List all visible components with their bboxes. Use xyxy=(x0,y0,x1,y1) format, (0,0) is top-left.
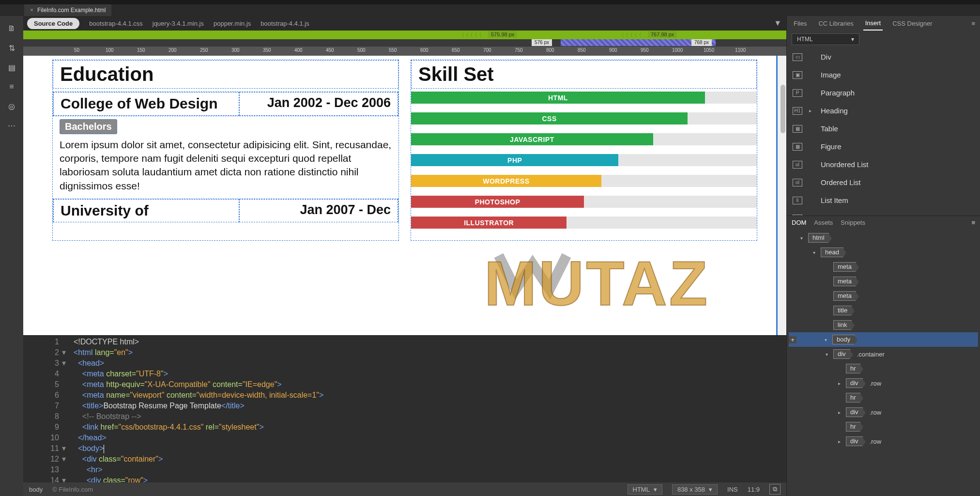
panel-menu-icon[interactable]: ≡ xyxy=(971,219,975,226)
status-bar: body © FileInfo.com HTML▾ 838 x 358▾ INS… xyxy=(23,482,786,496)
left-toolbar: 🗎 ⇅ ▤ ≡ ◎ ⋯ xyxy=(0,16,23,496)
tab-cc-libraries[interactable]: CC Libraries xyxy=(816,17,855,30)
college-dates: Jan 2002 - Dec 2006 xyxy=(246,95,391,110)
dom-node[interactable]: ▸div.row xyxy=(789,405,978,419)
copyright: © FileInfo.com xyxy=(52,486,93,493)
education-heading: Education xyxy=(53,60,398,89)
tab-snippets[interactable]: Snippets xyxy=(841,219,865,226)
education-description: Lorem ipsum dolor sit amet, consectetur … xyxy=(53,135,398,196)
skill-bar: HTML xyxy=(411,92,757,104)
breakpoint-label: 768 px xyxy=(691,39,712,46)
skill-bar: JAVASCRIPT xyxy=(411,133,757,145)
add-node-icon[interactable]: + xyxy=(789,336,796,343)
related-files-bar: Source Code bootstrap-4.4.1.css jquery-3… xyxy=(23,16,786,31)
insert-item[interactable]: olOrdered List xyxy=(787,173,980,191)
breakpoint-label: 576 px xyxy=(532,39,552,46)
dom-node[interactable]: ▸div.row xyxy=(789,376,978,390)
dom-tree[interactable]: ▾html▾headmetametametatitlelink+▾body▾di… xyxy=(787,229,980,496)
close-icon[interactable]: × xyxy=(30,7,33,14)
manage-icon[interactable]: ▤ xyxy=(7,62,16,72)
related-file-link[interactable]: jquery-3.4.1.min.js xyxy=(153,20,204,27)
filter-icon[interactable]: ▼ xyxy=(774,19,781,28)
heading-icon: H1 xyxy=(793,107,802,115)
insert-item[interactable]: §Hyperlink xyxy=(787,209,980,216)
dom-node[interactable]: hr xyxy=(789,419,978,434)
dom-node[interactable]: meta xyxy=(789,274,978,289)
panel-tabs: Files CC Libraries Insert CSS Designer ≡ xyxy=(787,16,980,31)
dom-node[interactable]: meta xyxy=(789,289,978,303)
document-tab-row: × FileInfo.com Example.html xyxy=(0,4,980,16)
skillset-heading: Skill Set xyxy=(411,60,757,89)
dom-node[interactable]: ▾div.container xyxy=(789,347,978,361)
live-preview[interactable]: Education College of Web Design Jan 2002… xyxy=(23,56,786,335)
skill-bar: CSS xyxy=(411,112,757,124)
insert-item[interactable]: ▭Div xyxy=(787,48,980,66)
dimensions-select[interactable]: 838 x 358▾ xyxy=(672,484,718,495)
preview-scrollbar[interactable] xyxy=(778,56,786,335)
skill-bar: WORDPRESS xyxy=(411,175,757,187)
more-icon[interactable]: ⋯ xyxy=(7,121,16,130)
tab-dom[interactable]: DOM xyxy=(792,219,806,226)
insert-item[interactable]: liList Item xyxy=(787,191,980,209)
code-editor[interactable]: 12▾3▾4567891011▾12▾1314▾15▾ <!DOCTYPE ht… xyxy=(23,336,786,482)
target-icon[interactable]: ◎ xyxy=(7,101,16,111)
cursor-position: 11:9 xyxy=(748,486,760,493)
skill-bar: PHP xyxy=(411,154,757,166)
dom-node[interactable]: ▸div.row xyxy=(789,434,978,449)
panel-menu-icon[interactable]: ≡ xyxy=(971,20,975,27)
related-file-link[interactable]: bootstrap-4.4.1.js xyxy=(260,20,309,27)
degree-badge: Bachelors xyxy=(60,119,117,134)
file-tab[interactable]: × FileInfo.com Example.html xyxy=(24,4,111,16)
ruler[interactable]: 5010015020025030035040045050055060065070… xyxy=(23,46,786,56)
device-preview-icon[interactable]: ⧉ xyxy=(769,484,781,495)
tab-insert[interactable]: Insert xyxy=(863,16,883,31)
mq-label: 767.98 px xyxy=(648,31,677,38)
figure-icon: ▦ xyxy=(793,143,802,151)
related-file-link[interactable]: popper.min.js xyxy=(214,20,251,27)
insert-category-select[interactable]: HTML▾ xyxy=(792,33,859,45)
file-icon[interactable]: 🗎 xyxy=(7,24,16,33)
source-code-button[interactable]: Source Code xyxy=(27,18,79,29)
insert-item[interactable]: PParagraph xyxy=(787,84,980,102)
college-name: College of Web Design xyxy=(61,95,232,112)
tab-css-designer[interactable]: CSS Designer xyxy=(890,17,934,30)
breakpoint-bar[interactable]: 576 px 768 px xyxy=(23,39,786,46)
insert-item[interactable]: ulUnordered List xyxy=(787,155,980,173)
dom-node[interactable]: link xyxy=(789,318,978,332)
dom-node[interactable]: title xyxy=(789,303,978,318)
college-name: University of xyxy=(61,202,232,219)
dom-node[interactable]: meta xyxy=(789,260,978,274)
insert-list: ▭Div▣ImagePParagraphH1▸Heading▦Table▦Fig… xyxy=(787,48,980,216)
list-icon[interactable]: ≡ xyxy=(7,82,16,92)
language-select[interactable]: HTML▾ xyxy=(628,484,662,495)
insert-item[interactable]: H1▸Heading xyxy=(787,102,980,120)
list-item-icon: li xyxy=(793,197,802,204)
related-file-link[interactable]: bootstrap-4.4.1.css xyxy=(89,20,143,27)
insert-item[interactable]: ▦Table xyxy=(787,120,980,138)
insert-mode[interactable]: INS xyxy=(727,486,738,493)
insert-item[interactable]: ▦Figure xyxy=(787,138,980,155)
dom-panel-tabs: DOM Assets Snippets ≡ xyxy=(787,216,980,229)
dom-node[interactable]: hr xyxy=(789,390,978,405)
dom-node[interactable]: hr xyxy=(789,361,978,376)
tab-assets[interactable]: Assets xyxy=(814,219,833,226)
unordered-list-icon: ul xyxy=(793,161,802,169)
insert-item[interactable]: ▣Image xyxy=(787,66,980,84)
ordered-list-icon: ol xyxy=(793,179,802,186)
image-icon: ▣ xyxy=(793,71,802,79)
college-dates: Jan 2007 - Dec xyxy=(246,202,391,217)
tab-files[interactable]: Files xyxy=(792,17,809,30)
file-tab-label: FileInfo.com Example.html xyxy=(37,7,106,14)
updown-icon[interactable]: ⇅ xyxy=(7,43,16,53)
skill-bar: ILLUSTRATOR xyxy=(411,217,757,229)
media-query-bar[interactable]: 〈〈〈〈〈 575.98 px 〈〈〈〈〈 767.98 px xyxy=(23,31,786,39)
skill-bar: PHOTOSHOP xyxy=(411,196,757,208)
div-icon: ▭ xyxy=(793,53,802,61)
mq-label: 575.98 px xyxy=(488,31,517,38)
dom-node[interactable]: ▾html xyxy=(789,231,978,245)
tag-path[interactable]: body xyxy=(29,486,43,493)
dom-node[interactable]: ▾head xyxy=(789,245,978,260)
dom-node[interactable]: +▾body xyxy=(789,332,978,347)
table-icon: ▦ xyxy=(793,125,802,133)
paragraph-icon: P xyxy=(793,89,802,97)
